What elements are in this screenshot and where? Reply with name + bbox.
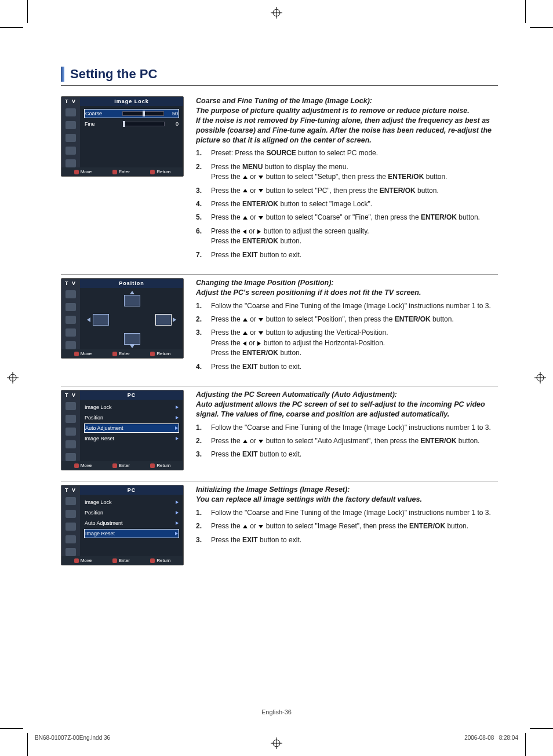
- registration-mark-icon: [534, 372, 546, 384]
- osd-title: Image Lock: [80, 97, 183, 106]
- osd-position: T V Position: [61, 278, 184, 359]
- down-arrow-icon: [259, 176, 263, 179]
- osd-position-box-up: [124, 295, 140, 306]
- section3-heading: Adjusting the PC Screen Automatically (A…: [196, 390, 498, 419]
- osd-footer-move: Move: [74, 169, 92, 174]
- section4-steps: 1.Follow the "Coarse and Fine Tuning of …: [196, 508, 498, 545]
- osd-menu-item-selected: Image Reset: [84, 529, 179, 538]
- osd-icon: [66, 159, 76, 167]
- osd-icon: [66, 108, 76, 116]
- osd-menu-item: Auto Adjustment: [85, 519, 179, 527]
- chevron-right-icon: [176, 437, 179, 440]
- title-accent-bar: [61, 67, 64, 82]
- left-arrow-icon: [243, 341, 246, 346]
- osd-footer-return: Return: [150, 351, 170, 356]
- down-arrow-icon: [259, 440, 263, 443]
- section2-steps: 1.Follow the "Coarse and Fine Tuning of …: [196, 301, 498, 372]
- up-arrow-icon: [243, 216, 248, 220]
- osd-tv-label: T V: [61, 390, 80, 400]
- up-arrow-icon: [243, 440, 248, 443]
- up-arrow-icon: [243, 331, 248, 335]
- crop-mark: [525, 733, 526, 756]
- page-title: Setting the PC: [70, 67, 157, 82]
- osd-row-value: 50: [168, 111, 178, 116]
- up-arrow-icon: [243, 318, 248, 322]
- osd-icon: [66, 121, 76, 129]
- up-arrow-icon: [243, 189, 248, 192]
- osd-menu-item: Position: [85, 509, 179, 517]
- osd-menu-item: Position: [85, 414, 179, 422]
- osd-row-coarse: Coarse 50: [84, 109, 179, 118]
- osd-position-box-left: [93, 314, 109, 326]
- osd-menu-item-selected: Auto Adjustment: [84, 423, 179, 433]
- right-arrow-icon: [173, 317, 176, 322]
- up-arrow-icon: [243, 525, 248, 528]
- osd-title: Position: [80, 279, 183, 288]
- osd-footer-enter: Enter: [112, 463, 130, 468]
- osd-footer: Move Enter Return: [61, 167, 183, 176]
- osd-footer-move: Move: [74, 463, 92, 468]
- down-arrow-icon: [259, 525, 263, 528]
- registration-mark-icon: [271, 737, 282, 749]
- osd-tv-label: T V: [61, 279, 80, 288]
- osd-footer-return: Return: [150, 463, 170, 468]
- osd-row-fine: Fine 0: [85, 120, 179, 128]
- crop-mark: [27, 733, 28, 756]
- left-arrow-icon: [243, 229, 246, 234]
- osd-position-box-down: [124, 333, 140, 345]
- chevron-right-icon: [176, 521, 179, 525]
- down-arrow-icon: [259, 216, 263, 220]
- osd-icon: [66, 134, 76, 142]
- osd-footer-move: Move: [74, 351, 92, 356]
- chevron-right-icon: [176, 511, 179, 514]
- osd-image-lock: T V Image Lock Coarse: [61, 96, 184, 177]
- osd-pc-reset: T V PC Image Lock Position Auto Adjustme…: [61, 485, 184, 565]
- footer-timestamp: 2006-08-08 8:28:04: [464, 735, 518, 741]
- crop-mark: [0, 27, 23, 28]
- osd-menu-item: Image Reset: [85, 434, 179, 443]
- osd-title: PC: [80, 485, 183, 495]
- section4-heading: Initializing the Image Settings (Image R…: [196, 485, 498, 505]
- osd-title: PC: [80, 390, 183, 400]
- section1-heading: Coarse and Fine Tuning of the Image (Ima…: [196, 96, 498, 145]
- chevron-right-icon: [176, 416, 179, 419]
- osd-footer-return: Return: [150, 169, 170, 174]
- osd-slider: [122, 111, 164, 116]
- page-title-row: Setting the PC: [61, 67, 498, 86]
- osd-tv-label: T V: [61, 485, 80, 495]
- osd-sidebar-icons: [61, 288, 80, 349]
- down-arrow-icon: [130, 345, 134, 348]
- osd-position-grid: [82, 290, 181, 348]
- down-arrow-icon: [259, 331, 263, 335]
- right-arrow-icon: [257, 341, 261, 346]
- crop-mark: [0, 728, 23, 729]
- osd-icon: [66, 147, 76, 155]
- osd-footer-enter: Enter: [112, 558, 130, 563]
- osd-footer-return: Return: [150, 558, 170, 563]
- up-arrow-icon: [130, 291, 134, 294]
- down-arrow-icon: [259, 318, 263, 322]
- crop-mark: [530, 27, 553, 28]
- osd-footer-enter: Enter: [112, 351, 130, 356]
- osd-row-value: 0: [168, 121, 179, 127]
- page-number: English-36: [0, 708, 553, 715]
- chevron-right-icon: [175, 426, 178, 430]
- down-arrow-icon: [259, 189, 263, 192]
- osd-footer-enter: Enter: [112, 169, 130, 174]
- registration-mark-icon: [7, 372, 19, 384]
- registration-mark-icon: [271, 7, 282, 19]
- chevron-right-icon: [175, 532, 178, 535]
- crop-mark: [27, 0, 28, 23]
- osd-pc-auto: T V PC Image Lock Position Auto Adjustme…: [61, 390, 184, 470]
- section2-heading: Changing the Image Position (Position): …: [196, 278, 498, 298]
- chevron-right-icon: [176, 406, 179, 409]
- up-arrow-icon: [243, 176, 248, 179]
- osd-position-box-right: [155, 314, 172, 326]
- left-arrow-icon: [87, 317, 90, 322]
- section3-steps: 1.Follow the "Coarse and Fine Tuning of …: [196, 423, 498, 460]
- osd-menu-item: Image Lock: [85, 498, 179, 506]
- section1-steps: 1.Preset: Press the SOURCE button to sel…: [196, 148, 498, 260]
- osd-slider: [122, 122, 165, 126]
- chevron-right-icon: [176, 501, 179, 504]
- osd-tv-label: T V: [61, 97, 80, 106]
